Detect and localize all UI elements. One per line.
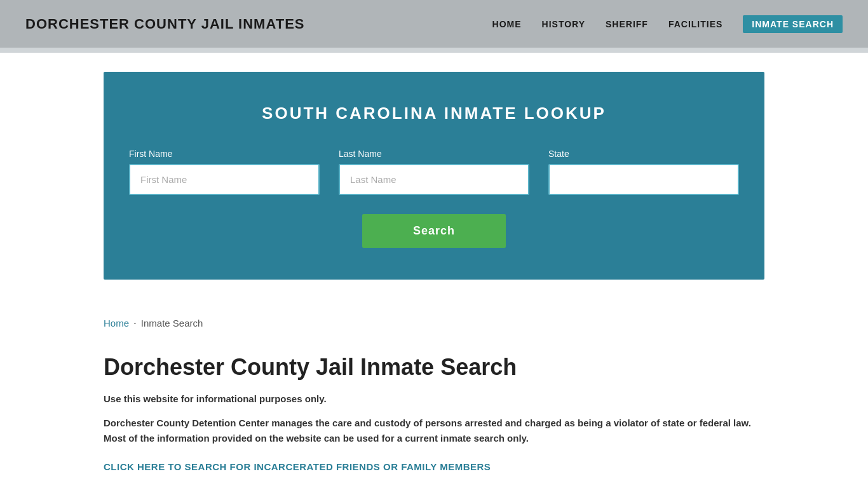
nav-item-history[interactable]: HISTORY xyxy=(542,19,585,29)
breadcrumb-separator: • xyxy=(134,320,136,326)
state-label: State xyxy=(548,149,739,159)
header-bar xyxy=(0,48,868,53)
main-nav: HOMEHISTORYSHERIFFFACILITIESINMATE SEARC… xyxy=(492,15,843,33)
first-name-input[interactable] xyxy=(129,164,320,195)
nav-item-inmate-search[interactable]: INMATE SEARCH xyxy=(743,15,843,33)
state-group: State South Carolina xyxy=(548,149,739,195)
search-section: SOUTH CAROLINA INMATE LOOKUP First Name … xyxy=(104,72,764,280)
main-content: Home • Inmate Search Dorchester County J… xyxy=(78,299,790,488)
nav-item-home[interactable]: HOME xyxy=(492,19,522,29)
cta-link[interactable]: CLICK HERE to Search for Incarcerated Fr… xyxy=(104,461,491,472)
search-button[interactable]: Search xyxy=(362,214,506,248)
first-name-group: First Name xyxy=(129,149,320,195)
breadcrumb: Home • Inmate Search xyxy=(104,318,764,329)
page-title: Dorchester County Jail Inmate Search xyxy=(104,354,764,381)
search-button-wrapper: Search xyxy=(129,214,739,248)
search-heading: SOUTH CAROLINA INMATE LOOKUP xyxy=(129,104,739,123)
nav-item-facilities[interactable]: FACILITIES xyxy=(668,19,722,29)
first-name-label: First Name xyxy=(129,149,320,159)
last-name-input[interactable] xyxy=(339,164,529,195)
last-name-label: Last Name xyxy=(339,149,529,159)
site-header: DORCHESTER COUNTY JAIL INMATES HOMEHISTO… xyxy=(0,0,868,48)
nav-item-sheriff[interactable]: SHERIFF xyxy=(606,19,648,29)
search-form-row: First Name Last Name State South Carolin… xyxy=(129,149,739,195)
last-name-group: Last Name xyxy=(339,149,529,195)
state-input[interactable]: South Carolina xyxy=(548,164,739,195)
breadcrumb-current: Inmate Search xyxy=(141,318,203,329)
subtitle-text: Use this website for informational purpo… xyxy=(104,393,764,404)
breadcrumb-home-link[interactable]: Home xyxy=(104,318,129,329)
site-title: DORCHESTER COUNTY JAIL INMATES xyxy=(25,16,304,32)
description-text: Dorchester County Detention Center manag… xyxy=(104,416,764,446)
